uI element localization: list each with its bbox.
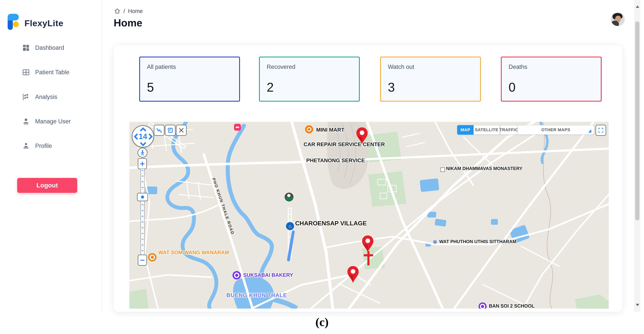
poi-label: WAT PHUTHON UTHIS SITTHARAM (439, 239, 516, 244)
other-maps-label: OTHER MAPS (541, 127, 570, 132)
page-scrollbar[interactable] (634, 0, 640, 312)
poi-label: CHAROENSAP VILLAGE (295, 220, 367, 227)
profile-icon (22, 142, 30, 150)
clear-tool-button[interactable] (176, 125, 187, 136)
other-maps-dropdown[interactable]: OTHER MAPS (517, 125, 594, 135)
stat-card-watch-out: Watch out 3 (380, 57, 481, 102)
measure-tool-button[interactable] (154, 125, 164, 136)
layer-map-button[interactable]: MAP (457, 125, 474, 135)
sidebar-item-label: Dashboard (35, 44, 64, 51)
breadcrumb-current[interactable]: Home (128, 8, 143, 14)
sidebar-item-manage-user[interactable]: Manage User (0, 114, 102, 128)
sidebar-item-dashboard[interactable]: Dashboard (0, 41, 102, 55)
home-icon[interactable] (114, 8, 120, 14)
sidebar-item-analysis[interactable]: Analysis (0, 90, 102, 104)
patient-marker-pin[interactable] (356, 127, 368, 145)
map-pan-control[interactable]: 14 (132, 125, 154, 147)
park-marker (285, 193, 294, 202)
figure-caption: (c) (0, 315, 644, 329)
breadcrumb-separator: / (124, 8, 125, 14)
stat-label: All patients (147, 64, 176, 70)
charoensap-village-icon: ⌂ (286, 222, 294, 230)
poi-label: CAR REPAIR SERVICE CENTER (304, 141, 385, 147)
dropdown-corner-icon (588, 129, 591, 132)
poi-label: SUKSABAI BAKERY (243, 272, 293, 278)
sidebar-item-label: Patient Table (35, 69, 69, 76)
avatar[interactable] (611, 12, 625, 26)
pedestrian-icon (140, 150, 146, 155)
logo-shape (8, 14, 19, 21)
content-card: All patients 5 Recovered 2 Watch out 3 D… (114, 45, 622, 312)
brand-name: FlexyLite (24, 18, 64, 28)
layer-traffic-button[interactable]: TRAFFIC (500, 125, 517, 135)
table-icon (22, 69, 30, 76)
poi-label: NIKAM DHAMMAVAS MONASTERY (446, 166, 522, 171)
mini-mart-icon (305, 125, 313, 133)
street-view-button[interactable] (138, 148, 148, 158)
stat-value: 5 (147, 80, 154, 94)
logout-button[interactable]: Logout (17, 178, 77, 193)
stat-label: Recovered (267, 64, 295, 70)
dashboard-icon (22, 44, 30, 52)
stat-value: 0 (508, 80, 516, 94)
wat-som-wang-icon (148, 253, 156, 261)
analysis-icon (22, 93, 30, 101)
sidebar-item-label: Analysis (35, 94, 57, 100)
stat-value: 2 (267, 80, 274, 94)
close-icon (178, 128, 184, 133)
poi-label: WAT SOM WANG WANARAM (158, 250, 229, 256)
sidebar: FlexyLite Dashboard Patient Table (0, 0, 102, 312)
sidebar-item-patient-table[interactable]: Patient Table (0, 65, 102, 79)
selected-location-cross (364, 251, 373, 265)
zoom-slider-thumb[interactable] (137, 193, 148, 201)
map-layer-bar: MAP SATELLITE TRAFFIC OTHER MAPS (457, 125, 594, 134)
flexylite-logo-icon (8, 14, 19, 30)
wat-poi-icon (433, 240, 437, 244)
layer-satellite-button[interactable]: SATELLITE (474, 125, 500, 135)
map[interactable]: PHO KHUN THALE ROAD MINI MART CAR REPAIR… (129, 122, 609, 308)
area-zoom-icon (167, 127, 173, 133)
patient-marker-pin[interactable] (362, 235, 374, 253)
area-zoom-tool-button[interactable] (165, 125, 176, 136)
fullscreen-button[interactable] (596, 125, 606, 136)
scroll-down-icon[interactable] (636, 304, 639, 306)
scrollbar-thumb[interactable] (635, 22, 640, 220)
scroll-up-icon[interactable] (636, 5, 639, 8)
sidebar-item-label: Manage User (35, 118, 71, 125)
screenshot: FlexyLite Dashboard Patient Table (0, 0, 644, 334)
poi-label: BAN SOI 2 SCHOOL (489, 303, 534, 308)
breadcrumb: / Home (114, 7, 143, 15)
fullscreen-icon (598, 127, 604, 133)
patient-marker-pin[interactable] (347, 266, 359, 283)
zoom-out-button[interactable]: − (138, 255, 147, 266)
map-canvas (129, 122, 609, 308)
stat-card-recovered: Recovered 2 (259, 57, 360, 102)
bakery-poi-icon (232, 271, 241, 279)
stat-label: Watch out (388, 64, 414, 70)
water-label: BUENG KHUN THALE (226, 292, 287, 298)
logo-shape (13, 22, 19, 27)
stat-value: 3 (388, 80, 395, 94)
stat-label: Deaths (508, 64, 527, 70)
page-title: Home (114, 17, 142, 29)
stat-card-deaths: Deaths 0 (501, 57, 602, 102)
poi-label: MINI MART (316, 127, 344, 133)
zoom-slider-track[interactable] (140, 168, 144, 255)
sidebar-item-profile[interactable]: Profile (0, 139, 102, 153)
monastery-poi-icon (440, 168, 445, 172)
stat-card-all-patients: All patients 5 (139, 57, 240, 102)
zoom-in-button[interactable]: + (138, 158, 147, 169)
manage-user-icon (22, 118, 30, 125)
transit-poi-icon (234, 124, 241, 131)
measure-icon (156, 127, 162, 133)
sidebar-item-label: Profile (35, 142, 52, 149)
poi-label: PHETANONG SERVICE (306, 157, 365, 163)
